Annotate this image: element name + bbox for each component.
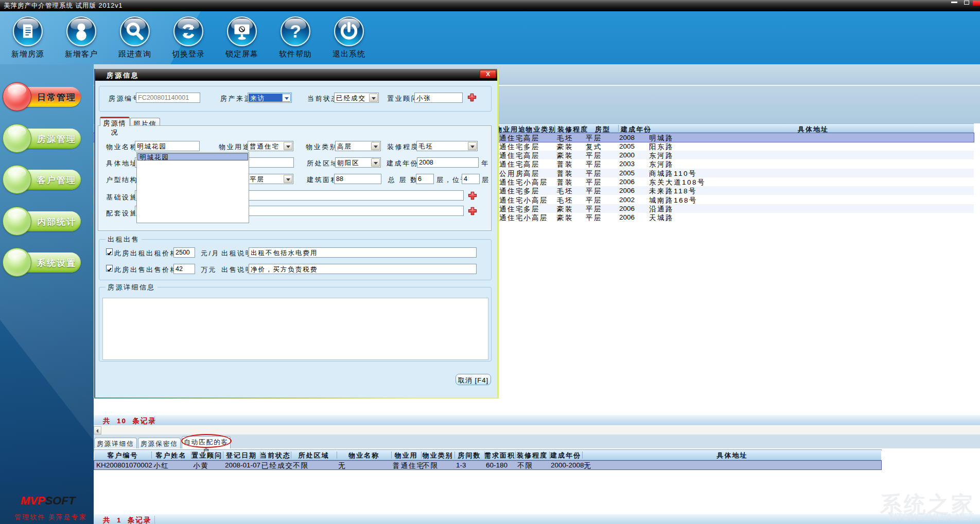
svg-text:?: ?: [290, 21, 301, 41]
